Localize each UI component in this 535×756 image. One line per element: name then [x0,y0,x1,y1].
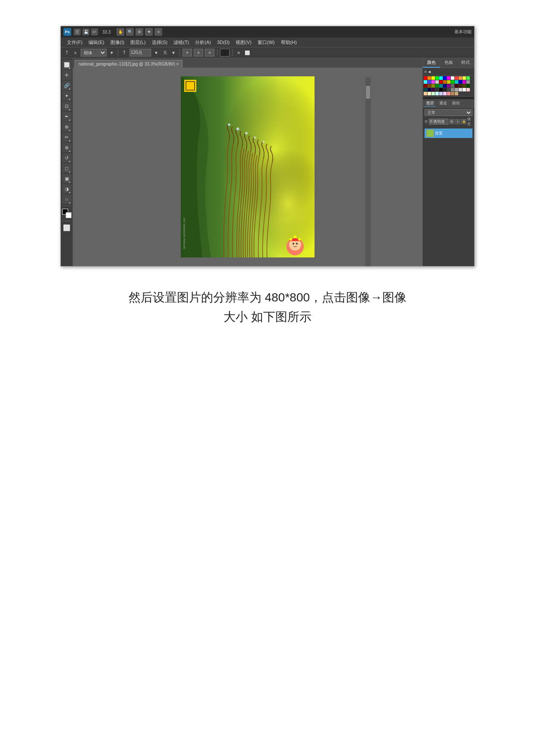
color-swatch[interactable] [443,92,447,95]
color-swatch[interactable] [463,88,466,91]
color-swatch[interactable] [424,92,427,95]
color-swatch[interactable] [455,84,458,88]
tab-channels[interactable]: 通道 [437,100,449,106]
color-swatch[interactable] [459,84,462,88]
color-swatch[interactable] [443,76,447,80]
color-swatch[interactable] [451,76,454,80]
color-swatch[interactable] [447,80,450,84]
history-tool[interactable]: ↺ ▶ [62,153,72,163]
tab-paths[interactable]: 路径 [450,100,462,106]
color-swatch[interactable] [466,84,470,88]
color-swatch[interactable] [431,84,435,88]
menu-filter[interactable]: 滤镜(T) [171,38,192,47]
blend-mode-select[interactable]: 正常 [425,109,472,116]
color-swatch[interactable] [428,76,431,80]
move-tool[interactable]: ✛ [62,70,72,80]
color-swatch[interactable] [463,80,466,84]
font-style-icon[interactable]: ▼ [108,49,115,56]
color-swatch[interactable] [466,80,470,84]
paragraph-icon[interactable]: ⬜ [244,49,251,56]
settings-icon[interactable]: ≡ [154,28,162,36]
color-swatch[interactable] [424,84,427,88]
tab-style[interactable]: 样式 [457,58,474,68]
color-swatch[interactable] [435,84,439,88]
dodge-tool[interactable]: ○ ▶ [62,194,72,204]
menu-edit[interactable]: 编辑(E) [86,38,107,47]
tab-layers[interactable]: 图层 [425,100,436,107]
menu-icon[interactable]: ☰ [74,28,81,35]
lock-all-icon[interactable]: 🔒 [461,119,466,124]
quick-mask-btn[interactable]: ⬜ [62,223,72,232]
color-swatch[interactable] [428,92,431,95]
color-swatch[interactable] [439,88,443,91]
menu-select[interactable]: 选择(S) [149,38,170,47]
scrollbar-thumb[interactable] [366,86,370,99]
eyedropper-tool[interactable]: ✒ ▶ [62,112,72,121]
color-swatch[interactable] [431,88,435,91]
color-swatch[interactable] [435,80,439,84]
color-swatch[interactable] [435,92,439,95]
anti-alias-select[interactable]: ▼ [170,49,177,56]
menu-window[interactable]: 窗口(W) [255,38,277,47]
color-swatch[interactable] [447,92,450,95]
color-swatch[interactable] [463,84,466,88]
size-unit-icon[interactable]: ▼ [153,49,160,56]
color-swatch[interactable] [466,88,470,91]
wand-tool[interactable]: ✦ ▶ [62,91,72,100]
color-swatch[interactable] [447,84,450,88]
menu-view[interactable]: 视图(V) [233,38,254,47]
marquee-tool[interactable]: ⬜ ▶ [62,60,72,69]
color-swatch[interactable] [428,80,431,84]
lock-pos-icon[interactable]: ⊞ [449,119,454,124]
menu-analyze[interactable]: 分析(A) [192,38,214,47]
color-swatch[interactable] [431,80,435,84]
menu-file[interactable]: 文件(F) [64,38,85,47]
lasso-tool[interactable]: 🔗 ▶ [62,81,72,90]
hand-tool[interactable]: ✋ [116,28,124,36]
color-swatch[interactable] [439,76,443,80]
color-swatch[interactable] [424,80,427,84]
color-swatch[interactable] [439,92,443,95]
color-swatch[interactable] [466,76,470,80]
color-swatch[interactable] [435,76,439,80]
color-swatch[interactable] [431,92,435,95]
align-left-btn[interactable]: ≡ [183,49,192,56]
color-swatch[interactable] [459,88,462,91]
color-swatch[interactable] [439,80,443,84]
save-icon[interactable]: 💾 [82,28,89,35]
color-swatch[interactable] [435,88,439,91]
tab-color[interactable]: 颜色 [423,58,440,68]
font-size-input[interactable] [129,49,151,56]
color-swatch[interactable] [424,76,427,80]
color-swatch[interactable] [447,88,450,91]
undo-icon[interactable]: ↩ [91,28,98,35]
color-swatch[interactable] [455,92,458,95]
clone-tool[interactable]: ⊗ ▶ [62,143,72,152]
layer-item-background[interactable]: 背景 [425,129,472,138]
color-swatch[interactable] [451,84,454,88]
text-color-box[interactable] [220,49,230,56]
menu-3d[interactable]: 3D(D) [214,39,232,46]
warp-text-icon[interactable]: ✕ [235,49,242,56]
background-color[interactable] [66,212,72,218]
color-swatch[interactable] [428,84,431,88]
color-swatch[interactable] [428,88,431,91]
color-swatch[interactable] [431,76,435,80]
color-swatch[interactable] [443,88,447,91]
color-swatch[interactable] [447,76,450,80]
color-swatch[interactable] [439,84,443,88]
blur-tool[interactable]: ◑ ▶ [62,184,72,194]
color-swatch[interactable] [463,76,466,80]
color-swatch[interactable] [459,76,462,80]
color-swatch[interactable] [451,92,454,95]
file-tab[interactable]: national_geographic-110[2].jpg @ 33.3%(R… [75,60,183,68]
vertical-scrollbar[interactable] [365,77,371,266]
color-swatch[interactable] [455,80,458,84]
font-select[interactable]: 楷体 [81,49,107,56]
heal-tool[interactable]: ⊕ ▶ [62,122,72,132]
align-center-btn[interactable]: ≡ [194,49,203,56]
lock-pixel-icon[interactable]: ⌖ [455,119,460,124]
color-swatch[interactable] [424,88,427,91]
color-swatch[interactable] [459,80,462,84]
menu-image[interactable]: 图像(I) [108,38,127,47]
